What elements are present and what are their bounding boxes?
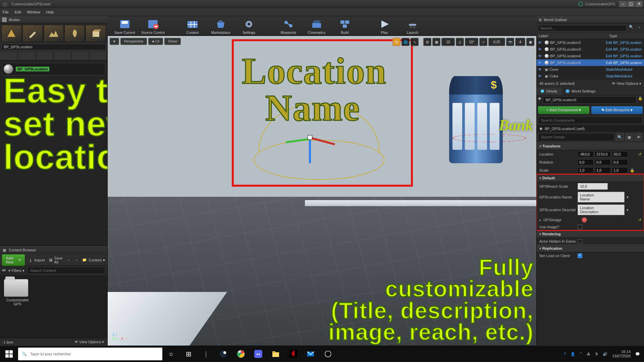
mode-foliage-button[interactable] xyxy=(64,25,85,42)
explorer-icon[interactable] xyxy=(267,346,284,362)
maximize-button[interactable]: ▢ xyxy=(627,1,635,7)
scale-vector[interactable] xyxy=(578,167,628,173)
net-load-checkbox[interactable] xyxy=(578,253,582,258)
save-current-button[interactable]: Save Current xyxy=(111,18,139,35)
snap-move-toggle[interactable]: ⊞ xyxy=(423,38,431,46)
camera-speed-value[interactable]: 4 xyxy=(515,38,525,46)
eye-icon[interactable]: 👁 xyxy=(635,133,643,141)
outliner-row[interactable]: 👁BP_GPSLocation2Edit BP_GPSLocation xyxy=(537,39,644,46)
category-rendering[interactable]: Rendering xyxy=(537,230,644,238)
outliner-row[interactable]: 👁BP_GPSLocation4Edit BP_GPSLocation xyxy=(537,53,644,59)
property-matrix-icon[interactable]: ▦ xyxy=(625,133,633,141)
gps-image-thumb[interactable] xyxy=(582,217,587,223)
mode-landscape-button[interactable] xyxy=(44,25,64,42)
taskbar-search[interactable]: 🔍 Taper ici pour rechercher xyxy=(18,348,162,360)
view-perspective-button[interactable]: Perspective xyxy=(120,38,147,45)
outliner-list[interactable]: 👁BP_GPSLocation2Edit BP_GPSLocation👁BP_G… xyxy=(537,39,644,79)
outliner-row[interactable]: 👁▣ConeStaticMeshActor xyxy=(537,66,644,73)
edit-blueprint-button[interactable]: ✎ Edit Blueprint ▾ xyxy=(591,106,643,114)
build-button[interactable]: Build xyxy=(331,18,359,35)
people-tray-icon[interactable]: 👤 xyxy=(571,352,575,356)
lock-icon[interactable]: 🔒 xyxy=(638,96,643,104)
snap-scale-toggle[interactable]: ⤢ xyxy=(479,38,487,46)
network-icon[interactable]: 🖧 xyxy=(587,352,590,356)
help-tray-icon[interactable]: ? xyxy=(564,352,566,356)
search-components-input[interactable] xyxy=(538,117,643,124)
add-folder-button[interactable]: ＋ xyxy=(636,25,643,32)
snap-move-value[interactable]: 10 xyxy=(441,38,455,46)
menu-file[interactable]: File xyxy=(3,10,9,14)
blueprints-button[interactable]: Blueprints xyxy=(274,18,303,35)
root-component-row[interactable]: ◉ BP_GPSLocation5 (self) xyxy=(537,125,644,132)
gps-desc-input[interactable]: Location Description xyxy=(578,204,625,215)
steam-icon[interactable] xyxy=(215,346,232,362)
category-default[interactable]: Default xyxy=(537,174,644,182)
wifi-icon[interactable]: ⇅ xyxy=(595,352,598,356)
actor-name-input[interactable] xyxy=(543,96,637,104)
visibility-icon[interactable]: 👁 xyxy=(538,41,543,45)
search-icon[interactable]: 🔍 xyxy=(628,25,635,32)
snap-scale-value[interactable]: 0,25 xyxy=(488,38,505,46)
outliner-row[interactable]: 👁BP_GPSLocation5Edit BP_GPSLocation xyxy=(537,59,644,66)
visibility-icon[interactable]: 👁 xyxy=(538,61,543,65)
mail-icon[interactable] xyxy=(302,346,319,362)
task-view-icon[interactable]: ⊞ xyxy=(180,346,197,362)
menu-help[interactable]: Help xyxy=(46,10,54,14)
viewport-options-button[interactable]: ▾ xyxy=(110,38,119,45)
cortana-icon[interactable]: ○ xyxy=(162,346,180,362)
outliner-search-input[interactable] xyxy=(538,25,627,32)
chrome-icon[interactable] xyxy=(232,346,250,362)
menu-edit[interactable]: Edit xyxy=(15,10,21,14)
content-search-input[interactable] xyxy=(27,267,105,274)
volume-icon[interactable]: 🔊 xyxy=(603,352,607,356)
content-button[interactable]: Content xyxy=(178,18,207,35)
source-control-button[interactable]: Source Control xyxy=(139,18,167,35)
add-new-button[interactable]: Add New▾ xyxy=(2,254,25,266)
mode-place-button[interactable] xyxy=(1,25,22,42)
view-show-button[interactable]: Show xyxy=(164,38,181,45)
snap-rot-toggle[interactable]: ∠ xyxy=(456,38,464,46)
use-image-checkbox[interactable] xyxy=(578,225,582,229)
cb-view-options[interactable]: 👁 View Options ▾ xyxy=(74,340,104,344)
category-transform[interactable]: Transform xyxy=(537,142,644,150)
cinematics-button[interactable]: Cinematics xyxy=(303,18,331,35)
mode-geometry-button[interactable] xyxy=(86,25,106,42)
filters-button[interactable]: ▾ Filters ▾ xyxy=(8,268,24,273)
menu-window[interactable]: Window xyxy=(27,10,40,14)
netflix-icon[interactable] xyxy=(284,346,302,362)
notifications-icon[interactable]: 💬 xyxy=(635,352,640,356)
start-button[interactable] xyxy=(0,346,18,362)
snap-rot-value[interactable]: 10° xyxy=(465,38,478,46)
search-details-input[interactable] xyxy=(538,133,614,141)
category-replication[interactable]: Replication xyxy=(537,245,644,252)
import-button[interactable]: ⭳ Import xyxy=(29,258,45,262)
outliner-row[interactable]: 👁BP_GPSLocation3Edit BP_GPSLocation xyxy=(537,46,644,53)
rotation-vector[interactable] xyxy=(578,159,628,165)
lock-scale-icon[interactable]: 🔒 xyxy=(630,168,635,173)
outliner-row[interactable]: 👁▣CubeStaticMeshActor xyxy=(537,73,644,79)
sources-toggle-icon[interactable]: 𝍢 xyxy=(2,268,6,273)
reset-image-icon[interactable]: ↺ xyxy=(638,218,641,222)
add-component-button[interactable]: + Add Component ▾ xyxy=(538,106,589,114)
visibility-icon[interactable]: 👁 xyxy=(538,74,543,78)
chevron-up-icon[interactable]: ˄ xyxy=(580,352,582,356)
search-icon[interactable]: 🔍 xyxy=(616,133,624,141)
gps-reach-input[interactable] xyxy=(578,183,608,190)
save-all-button[interactable]: 🖫 Save All xyxy=(49,256,63,264)
clock[interactable]: 16:1413/07/2020 xyxy=(612,350,631,358)
tab-details[interactable]: Details xyxy=(537,87,561,95)
viewport[interactable]: $ Bank Location Name ▾ Perspective ● Lit xyxy=(107,36,537,346)
project-name[interactable]: CustomizableGPS xyxy=(578,2,615,6)
nav-fwd-button[interactable]: → xyxy=(74,258,78,262)
settings-button[interactable]: Settings xyxy=(235,18,263,35)
play-button[interactable]: Play xyxy=(370,18,398,35)
camera-speed-icon[interactable]: 📷 xyxy=(506,38,514,46)
grid-toggle[interactable]: ▦ xyxy=(432,38,440,46)
view-lit-button[interactable]: ● Lit xyxy=(148,38,163,45)
close-button[interactable]: ✕ xyxy=(635,1,643,7)
tab-world-settings[interactable]: World Settings xyxy=(561,87,599,95)
gizmo-move-button[interactable]: ✥ xyxy=(392,38,400,46)
gizmo-world-button[interactable]: 🌐 xyxy=(401,38,410,46)
mode-paint-button[interactable] xyxy=(22,25,43,42)
visibility-icon[interactable]: 👁 xyxy=(538,54,543,58)
